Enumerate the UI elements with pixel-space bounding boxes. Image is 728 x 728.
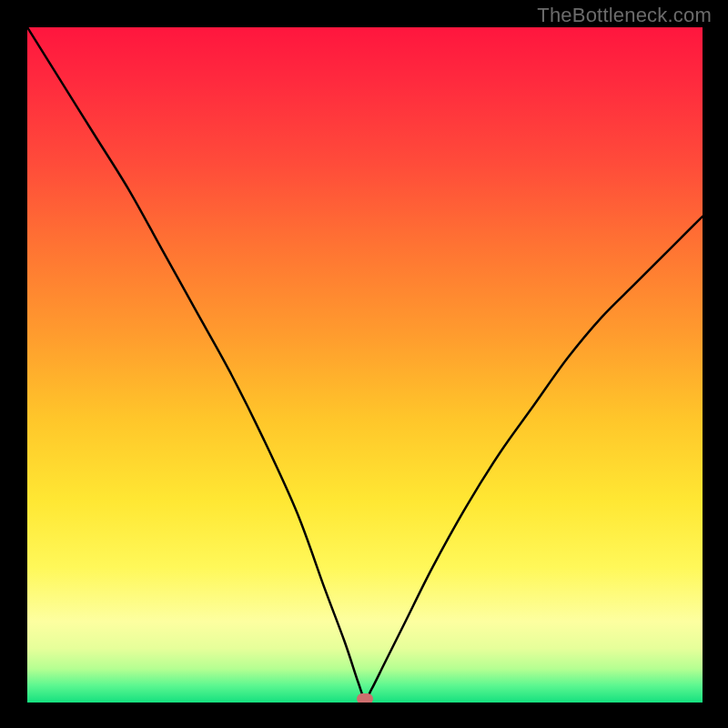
curve-path: [27, 27, 703, 699]
watermark-text: TheBottleneck.com: [537, 4, 712, 27]
chart-frame: TheBottleneck.com: [0, 0, 728, 728]
plot-area: [27, 27, 703, 703]
bottleneck-curve: [27, 27, 703, 703]
minimum-marker: [357, 693, 373, 703]
